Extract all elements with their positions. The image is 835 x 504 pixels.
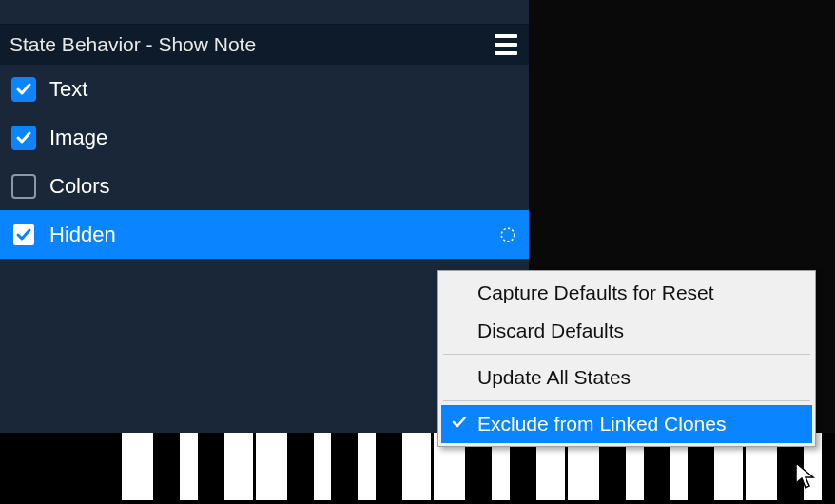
option-row-colors[interactable]: Colors	[0, 162, 529, 210]
checkbox-hidden[interactable]	[11, 223, 36, 247]
menu-item-label: Update All States	[477, 366, 631, 389]
black-key[interactable]	[198, 433, 224, 504]
menu-separator	[443, 400, 810, 401]
black-key[interactable]	[287, 433, 314, 504]
menu-item[interactable]: Exclude from Linked Clones	[441, 405, 812, 443]
menu-item[interactable]: Capture Defaults for Reset	[441, 274, 812, 312]
option-label: Colors	[49, 174, 110, 199]
option-label: Image	[49, 126, 107, 150]
option-row-hidden[interactable]: Hidden	[0, 210, 529, 259]
option-label: Hidden	[49, 223, 116, 247]
linked-clone-icon[interactable]	[498, 225, 517, 244]
option-label: Text	[49, 77, 87, 102]
black-key[interactable]	[153, 433, 180, 504]
menu-separator	[443, 354, 810, 355]
svg-point-0	[501, 228, 515, 242]
check-icon	[451, 413, 468, 436]
panel-top-spacer	[0, 0, 529, 25]
panel-header: State Behavior - Show Note	[0, 25, 529, 65]
menu-item[interactable]: Discard Defaults	[441, 312, 812, 350]
context-menu[interactable]: Capture Defaults for ResetDiscard Defaul…	[437, 270, 816, 447]
menu-item-label: Discard Defaults	[477, 320, 624, 342]
black-key[interactable]	[822, 433, 835, 504]
options-list: TextImageColorsHidden	[0, 65, 529, 259]
black-key[interactable]	[376, 433, 402, 504]
menu-item[interactable]: Update All States	[441, 359, 812, 397]
checkbox-colors[interactable]	[11, 174, 36, 199]
checkbox-text[interactable]	[11, 77, 36, 102]
menu-item-label: Exclude from Linked Clones	[477, 413, 726, 436]
panel-title: State Behavior - Show Note	[10, 33, 256, 56]
hamburger-menu-icon[interactable]	[495, 34, 517, 55]
black-key[interactable]	[331, 433, 358, 504]
option-row-image[interactable]: Image	[0, 113, 529, 162]
checkbox-image[interactable]	[11, 126, 36, 150]
option-row-text[interactable]: Text	[0, 65, 529, 113]
piano-left-edge	[0, 433, 122, 504]
menu-item-label: Capture Defaults for Reset	[477, 281, 714, 304]
